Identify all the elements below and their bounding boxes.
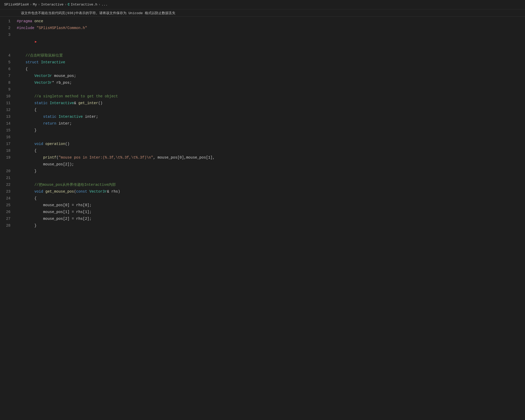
line-content-7: Vector3r mouse_pos; <box>16 72 525 79</box>
line-num-19b: 19 <box>0 161 16 168</box>
line-num-17: 17 <box>0 141 16 147</box>
line-num-21: 21 <box>0 175 16 181</box>
breadcrumb-ellipsis: ... <box>102 3 108 7</box>
breadcrumb-filename[interactable]: Interactive.h <box>71 3 97 7</box>
code-line-9: 9 <box>0 86 525 93</box>
code-area: 1 #pragma once 2 #include "SPlisHSPlasH/… <box>0 17 525 229</box>
line-content-6: { <box>16 66 525 72</box>
warning-text: 该文件包含不能在当前代码页(936)中表示的字符。请将该文件保存为 Unicod… <box>21 11 175 15</box>
line-content-3: ▶ <box>16 31 525 52</box>
line-num-19a: 19 <box>0 154 16 161</box>
line-num-8: 8 <box>0 79 16 86</box>
line-num-26: 26 <box>0 209 16 215</box>
line-content-21 <box>16 175 525 181</box>
line-content-17: void operation() <box>16 141 525 147</box>
code-line-5: 5 struct Interactive <box>0 59 525 66</box>
line-content-12: { <box>16 107 525 113</box>
line-content-22: //把mouse_pos从外界传递给Interactive内部 <box>16 181 525 188</box>
line-content-24: { <box>16 195 525 202</box>
line-content-9 <box>16 86 525 93</box>
breadcrumb-part-2[interactable]: My <box>33 3 37 7</box>
line-content-13: static Interactive inter; <box>16 113 525 120</box>
line-num-6: 6 <box>0 66 16 72</box>
code-line-2: 2 #include "SPlisHSPlasH/Common.h" <box>0 25 525 31</box>
code-line-25: 25 mouse_pos[0] = rhs[0]; <box>0 202 525 209</box>
warning-bar: 该文件包含不能在当前代码页(936)中表示的字符。请将该文件保存为 Unicod… <box>0 9 525 17</box>
code-line-16: 16 <box>0 134 525 141</box>
line-num-28: 28 <box>0 222 16 229</box>
code-line-13: 13 static Interactive inter; <box>0 113 525 120</box>
line-num-18: 18 <box>0 147 16 154</box>
line-num-24: 24 <box>0 195 16 202</box>
line-num-9: 9 <box>0 86 16 93</box>
code-line-12: 12 { <box>0 107 525 113</box>
line-num-4: 4 <box>0 52 16 59</box>
line-num-10: 10 <box>0 93 16 100</box>
line-num-14: 14 <box>0 120 16 127</box>
line-content-16 <box>16 134 525 141</box>
line-num-23: 23 <box>0 188 16 195</box>
line-num-22: 22 <box>0 181 16 188</box>
line-content-20: } <box>16 168 525 175</box>
code-line-11: 11 static Interactive& get_inter() <box>0 100 525 107</box>
line-content-1: #pragma once <box>16 18 525 25</box>
line-num-1: 1 <box>0 18 16 25</box>
line-num-25: 25 <box>0 202 16 209</box>
code-line-7: 7 Vector3r mouse_pos; <box>0 72 525 79</box>
red-triangle: ▶ <box>35 40 37 44</box>
code-line-26: 26 mouse_pos[1] = rhs[1]; <box>0 209 525 215</box>
code-line-18: 18 { <box>0 147 525 154</box>
code-line-28: 28 } <box>0 222 525 229</box>
line-content-10: //a singleton method to get the object <box>16 93 525 100</box>
line-num-15: 15 <box>0 127 16 134</box>
code-line-22: 22 //把mouse_pos从外界传递给Interactive内部 <box>0 181 525 188</box>
line-num-16: 16 <box>0 134 16 141</box>
line-num-5: 5 <box>0 59 16 66</box>
file-type-icon: C <box>68 3 70 7</box>
line-content-27: mouse_pos[2] = rhs[2]; <box>16 215 525 222</box>
code-line-19a: 19 printf("mouse pos in Inter:(%.3f,\t%.… <box>0 154 525 161</box>
code-line-1: 1 #pragma once <box>0 18 525 25</box>
line-num-3: 3 <box>0 31 16 38</box>
code-line-17: 17 void operation() <box>0 141 525 147</box>
code-line-27: 27 mouse_pos[2] = rhs[2]; <box>0 215 525 222</box>
code-line-10: 10 //a singleton method to get the objec… <box>0 93 525 100</box>
line-num-27: 27 <box>0 215 16 222</box>
line-content-25: mouse_pos[0] = rhs[0]; <box>16 202 525 209</box>
breadcrumb-sep-2: › <box>38 3 40 7</box>
line-num-11: 11 <box>0 100 16 107</box>
line-content-4: //点击时获取鼠标位置 <box>16 52 525 59</box>
line-num-7: 7 <box>0 72 16 79</box>
line-content-23: void get_mouse_pos(const Vector3r& rhs) <box>16 188 525 195</box>
line-num-12: 12 <box>0 107 16 113</box>
breadcrumb-part-3[interactable]: Interactive <box>41 3 64 7</box>
line-num-20: 20 <box>0 168 16 175</box>
breadcrumb-bar: SPlisHSPlasH › My › Interactive › C Inte… <box>0 0 525 9</box>
line-content-18: { <box>16 147 525 154</box>
breadcrumb-part-1[interactable]: SPlisHSPlasH <box>4 3 29 7</box>
code-line-4: 4 //点击时获取鼠标位置 <box>0 52 525 59</box>
code-editor[interactable]: 1 #pragma once 2 #include "SPlisHSPlasH/… <box>0 17 525 229</box>
line-content-5: struct Interactive <box>16 59 525 66</box>
line-content-28: } <box>16 222 525 229</box>
code-line-8: 8 Vector3r* rb_pos; <box>0 79 525 86</box>
code-line-21: 21 <box>0 175 525 181</box>
code-line-6: 6 { <box>0 66 525 72</box>
code-line-24: 24 { <box>0 195 525 202</box>
code-line-14: 14 return inter; <box>0 120 525 127</box>
code-line-3: 3 ▶ <box>0 31 525 52</box>
code-line-19b: 19 mouse_pos[2]); <box>0 161 525 168</box>
line-content-2: #include "SPlisHSPlasH/Common.h" <box>16 25 525 31</box>
line-content-15: } <box>16 127 525 134</box>
line-content-19b: mouse_pos[2]); <box>16 161 525 168</box>
breadcrumb-sep-4: › <box>98 3 101 7</box>
code-line-15: 15 } <box>0 127 525 134</box>
line-content-19a: printf("mouse pos in Inter:(%.3f,\t%.3f,… <box>16 154 525 161</box>
breadcrumb-sep-3: › <box>65 3 67 7</box>
line-content-11: static Interactive& get_inter() <box>16 100 525 107</box>
breadcrumb-sep-1: › <box>30 3 32 7</box>
code-line-23: 23 void get_mouse_pos(const Vector3r& rh… <box>0 188 525 195</box>
line-num-13: 13 <box>0 113 16 120</box>
line-content-14: return inter; <box>16 120 525 127</box>
line-content-8: Vector3r* rb_pos; <box>16 79 525 86</box>
